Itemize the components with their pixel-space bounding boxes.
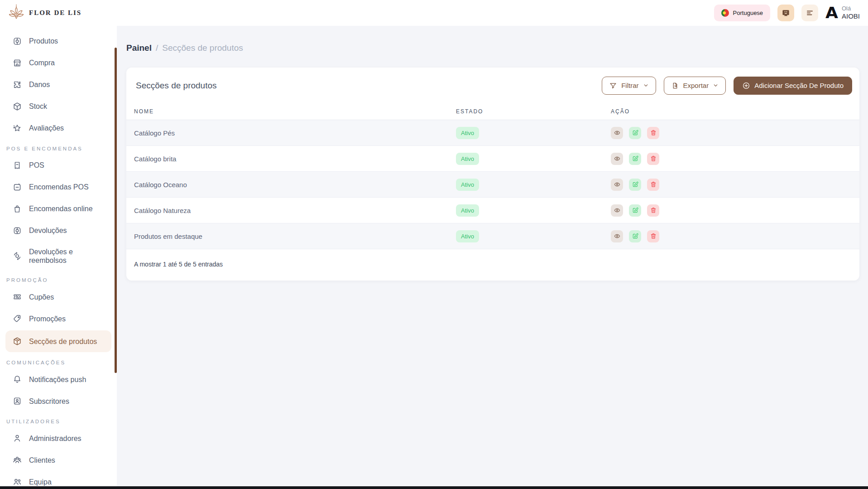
delete-row-button[interactable] [647,153,659,165]
product-section-icon [12,336,22,346]
sidebar-item-label: Administradores [29,434,82,443]
sidebar-item-label: Cupões [29,293,54,301]
wallet-icon [782,9,790,17]
view-row-button[interactable] [611,230,623,242]
table-row: Catálogo OceanoAtivo [126,172,859,198]
refund-icon [12,251,22,261]
menu-lines-icon [806,9,814,17]
sidebar-item-stock[interactable]: Stock [0,96,117,117]
cube-icon [12,102,22,111]
product-box-icon [12,36,22,46]
sidebar-item-subscritores[interactable]: Subscritores [0,390,117,412]
sidebar-item-label: Promoções [29,315,66,323]
row-name: Catálogo Pés [134,129,456,137]
view-row-button[interactable] [611,204,623,217]
clients-group-icon [12,455,22,465]
row-name: Produtos em destaque [134,232,456,240]
sidebar-item-danos[interactable]: Danos [0,74,117,96]
sidebar-item-label: Devoluções [29,226,67,235]
eye-icon [614,129,621,136]
sidebar-item-compra[interactable]: Compra [0,52,117,74]
view-row-button[interactable] [611,179,623,191]
sidebar-item-sec-es-de-produtos[interactable]: Secções de produtos [5,330,111,352]
language-selector[interactable]: Portuguese [714,5,771,21]
greeting-username: AIOBI [842,12,860,20]
table-row: Catálogo PésAtivo [126,120,859,146]
sidebar-section-header: POS E ENCOMENDAS [0,139,117,155]
sidebar-item-label: Produtos [29,37,58,45]
puzzle-icon [12,80,22,90]
edit-row-button[interactable] [629,204,641,217]
table-body: Catálogo PésAtivo Catálogo britaAtivo Ca… [126,120,859,249]
pos-register-button[interactable] [777,5,794,21]
edit-row-button[interactable] [629,230,641,242]
export-button[interactable]: Exportar [664,77,726,95]
add-product-section-button[interactable]: Adicionar Secção De Produto [734,77,852,95]
sidebar-item-label: Stock [29,102,47,111]
sidebar-item-avalia-es[interactable]: Avaliações [0,117,117,139]
brand-logo[interactable]: FLOR DE LIS [6,3,82,23]
top-header: FLOR DE LIS Portuguese A Olá AIOBI [0,0,868,26]
horizontal-scrollbar[interactable] [0,486,868,489]
main-content: Painel / Secções de produtos Secções de … [117,26,868,486]
user-avatar-menu[interactable]: A Olá AIOBI [825,5,860,21]
sidebar-item-label: Encomendas online [29,204,93,213]
edit-row-button[interactable] [629,179,641,191]
shopping-bag-icon [12,204,22,214]
edit-row-button[interactable] [629,153,641,165]
sidebar-item-clientes[interactable]: Clientes [0,449,117,471]
edit-icon [632,207,639,214]
sidebar-item-label: Subscritores [29,397,69,406]
star-rating-icon [12,123,22,133]
view-row-button[interactable] [611,153,623,165]
table-entries-info: A mostrar 1 até 5 de 5 entradas [126,249,859,279]
row-name: Catálogo brita [134,155,456,163]
eye-icon [614,232,621,240]
table-row: Produtos em destaqueAtivo [126,223,859,249]
sidebar-item-encomendas-online[interactable]: Encomendas online [0,198,117,220]
sidebar-item-produtos[interactable]: Produtos [0,30,117,52]
status-badge: Ativo [456,179,479,191]
edit-icon [632,155,639,162]
sidebar-item-label: Compra [29,58,55,67]
filter-funnel-icon [609,82,617,90]
edit-row-button[interactable] [629,127,641,139]
breadcrumb-current: Secções de produtos [162,43,243,53]
delete-row-button[interactable] [647,127,659,139]
sidebar-item-encomendas-pos[interactable]: Encomendas POS [0,176,117,198]
row-name: Catálogo Natureza [134,207,456,214]
sidebar-section-header: PROMOÇÃO [0,271,117,286]
subscriber-icon [12,396,22,406]
delete-row-button[interactable] [647,204,659,217]
sidebar-item-cup-es[interactable]: Cupões [0,286,117,308]
sidebar-item-label: Clientes [29,456,55,465]
column-header-nome: Nome [134,108,456,115]
view-row-button[interactable] [611,127,623,139]
sidebar-item-pos[interactable]: POS [0,155,117,176]
team-icon [12,477,22,486]
sidebar-item-devolu-es-e-reembolsos[interactable]: Devoluções e reembolsos [0,242,117,271]
sidebar-item-label: Avaliações [29,124,64,132]
trash-icon [650,207,657,214]
sidebar-item-promo-es[interactable]: Promoções [0,308,117,329]
storefront-icon [12,58,22,68]
chevron-down-icon [643,82,649,88]
delete-row-button[interactable] [647,179,659,191]
chevron-down-icon [713,82,719,88]
filter-button[interactable]: Filtrar [602,77,656,95]
sidebar-item-equipa[interactable]: Equipa [0,471,117,486]
eye-icon [614,181,621,188]
sidebar-item-label: Notificações push [29,375,86,384]
plus-circle-icon [742,82,750,90]
delete-row-button[interactable] [647,230,659,242]
column-header-acao: Ação [611,108,859,115]
bell-icon [12,374,22,384]
brand-name: FLOR DE LIS [29,9,82,17]
sidebar-item-label: Encomendas POS [29,183,89,191]
sidebar-item-devolu-es[interactable]: Devoluções [0,220,117,242]
sidebar-item-administradores[interactable]: Administradores [0,427,117,449]
breadcrumb-home[interactable]: Painel [126,43,152,53]
product-sections-card: Secções de produtos Filtrar [126,68,859,281]
menu-button[interactable] [801,5,818,21]
sidebar-item-notifica-es-push[interactable]: Notificações push [0,368,117,390]
